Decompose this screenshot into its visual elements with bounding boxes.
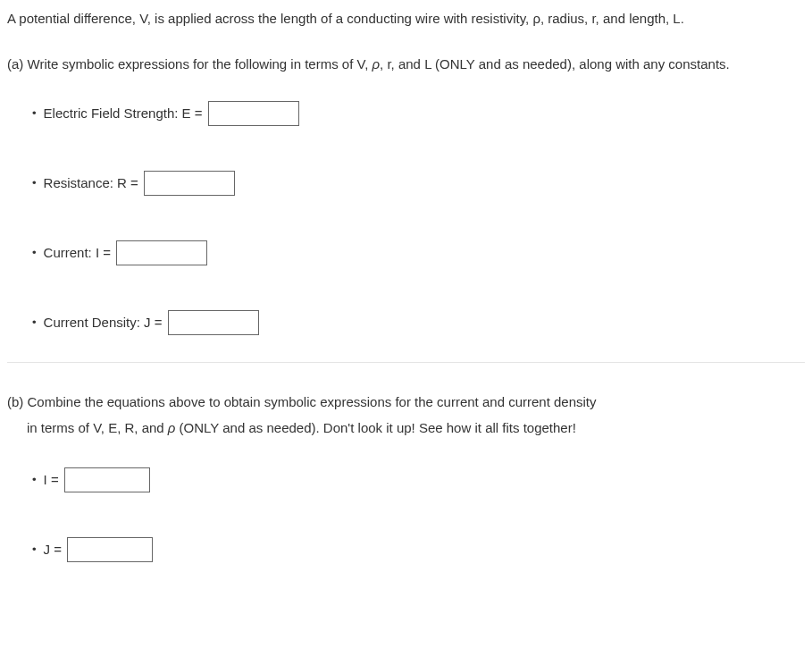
list-item: • J = — [32, 537, 805, 562]
item-label: Current Density: J = — [44, 313, 166, 333]
list-item: • Electric Field Strength: E = — [32, 101, 805, 126]
resistance-input[interactable] — [144, 171, 235, 196]
part-a-prefix: (a) Write symbolic expressions for the f… — [7, 56, 373, 72]
part-b-prompt: (b) Combine the equations above to obtai… — [7, 390, 805, 441]
list-item: • Resistance: R = — [32, 171, 805, 196]
current-density-b-input[interactable] — [67, 537, 153, 562]
rho-symbol-a: ρ — [373, 56, 381, 72]
electric-field-input[interactable] — [208, 101, 299, 126]
part-b-line2-wrap: in terms of V, E, R, and ρ (ONLY and as … — [27, 416, 805, 442]
divider — [7, 362, 805, 363]
current-input[interactable] — [116, 240, 207, 265]
part-a-prompt: (a) Write symbolic expressions for the f… — [7, 55, 805, 75]
current-b-input[interactable] — [64, 467, 150, 492]
item-label: J = — [44, 540, 66, 560]
intro-text: A potential difference, V, is applied ac… — [7, 9, 805, 29]
intro-content: A potential difference, V, is applied ac… — [7, 11, 684, 26]
bullet-icon: • — [32, 471, 37, 489]
bullet-icon: • — [32, 314, 37, 332]
item-label: Electric Field Strength: E = — [44, 104, 206, 124]
list-item: • Current: I = — [32, 240, 805, 265]
bullet-icon: • — [32, 244, 37, 262]
bullet-icon: • — [32, 174, 37, 192]
item-label: Resistance: R = — [44, 173, 142, 194]
bullet-icon: • — [32, 105, 37, 122]
part-b-line2-suffix: (ONLY and as needed). Don't look it up! … — [175, 420, 575, 435]
bullet-icon: • — [32, 541, 37, 559]
part-b-list: • I = • J = — [7, 467, 805, 562]
part-a-suffix: , r, and L (ONLY and as needed), along w… — [380, 56, 730, 72]
item-label: I = — [44, 470, 63, 491]
part-b-line2-prefix: in terms of V, E, R, and — [27, 420, 168, 435]
current-density-input[interactable] — [168, 310, 259, 335]
part-a-list: • Electric Field Strength: E = • Resista… — [7, 101, 805, 335]
list-item: • Current Density: J = — [32, 310, 805, 335]
part-b-line1: (b) Combine the equations above to obtai… — [7, 394, 597, 409]
item-label: Current: I = — [44, 243, 115, 264]
list-item: • I = — [32, 467, 805, 492]
